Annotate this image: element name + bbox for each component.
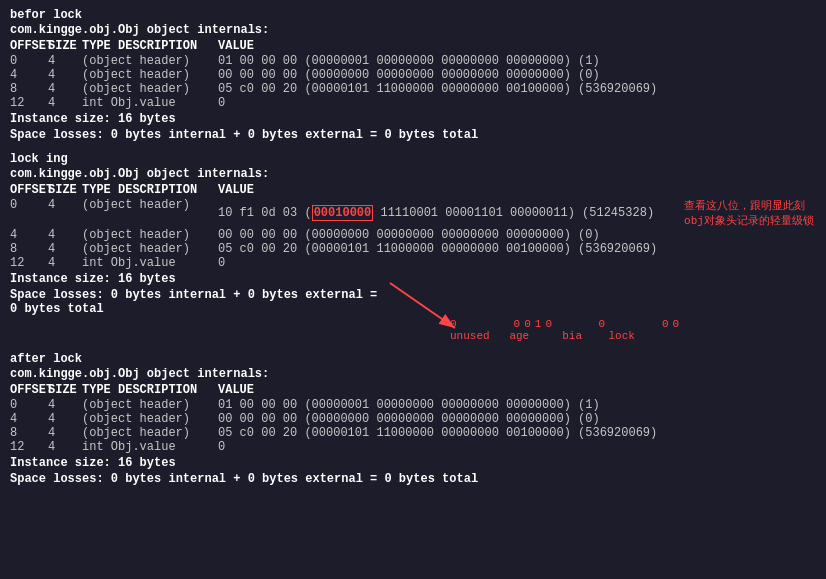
header-value: VALUE: [208, 383, 816, 397]
arrow-area: Space losses: 0 bytes internal + 0 bytes…: [10, 288, 816, 342]
space-losses-text: Space losses: 0 bytes internal + 0 bytes…: [10, 288, 380, 316]
table-row: 4 4 (object header) 00 00 00 00 (0000000…: [10, 68, 816, 82]
before-lock-header: OFFSET SIZE TYPE DESCRIPTION VALUE: [10, 39, 816, 53]
header-size: SIZE: [48, 383, 78, 397]
header-offset: OFFSET: [10, 39, 48, 53]
header-offset: OFFSET: [10, 183, 48, 197]
value-suffix: 11110001 00001101 00000011) (51245328): [373, 206, 654, 220]
table-row: 0 4 (object header) 01 00 00 00 (0000000…: [10, 398, 816, 412]
value-prefix: 10 f1 0d 03 (: [218, 206, 312, 220]
after-lock-header: OFFSET SIZE TYPE DESCRIPTION VALUE: [10, 383, 816, 397]
after-lock-subtitle: com.kingge.obj.Obj object internals:: [10, 367, 816, 381]
table-row: 12 4 int Obj.value 0: [10, 440, 816, 454]
header-type: TYPE DESCRIPTION: [78, 183, 208, 197]
after-lock-section: after lock com.kingge.obj.Obj object int…: [10, 352, 816, 486]
header-value: VALUE: [208, 183, 816, 197]
table-row: 8 4 (object header) 05 c0 00 20 (0000010…: [10, 82, 816, 96]
after-lock-space-losses: Space losses: 0 bytes internal + 0 bytes…: [10, 472, 816, 486]
header-type: TYPE DESCRIPTION: [78, 383, 208, 397]
table-row: 0 4 (object header) 10 f1 0d 03 (0001000…: [10, 198, 816, 228]
bit-labels: unused age bia lock: [450, 330, 683, 342]
table-row: 12 4 int Obj.value 0: [10, 96, 816, 110]
annotation-right: 查看这八位，跟明显此刻obj对象头记录的轻量级锁: [684, 198, 814, 228]
highlighted-bits: 00010000: [312, 205, 374, 221]
svg-line-1: [390, 283, 455, 328]
lock-ing-subtitle: com.kingge.obj.Obj object internals:: [10, 167, 816, 181]
lock-ing-section: lock ing com.kingge.obj.Obj object inter…: [10, 152, 816, 342]
before-lock-title: befor lock: [10, 8, 816, 22]
header-size: SIZE: [48, 183, 78, 197]
table-row: 4 4 (object header) 00 00 00 00 (0000000…: [10, 412, 816, 426]
header-value: VALUE: [208, 39, 816, 53]
bit-annotation: 0 0010 0 00 unused age bia lock: [450, 318, 683, 342]
after-lock-instance-size: Instance size: 16 bytes: [10, 456, 816, 470]
before-lock-subtitle: com.kingge.obj.Obj object internals:: [10, 23, 816, 37]
table-row: 12 4 int Obj.value 0: [10, 256, 816, 270]
before-lock-space-losses: Space losses: 0 bytes internal + 0 bytes…: [10, 128, 816, 142]
table-row: 8 4 (object header) 05 c0 00 20 (0000010…: [10, 426, 816, 440]
before-lock-instance-size: Instance size: 16 bytes: [10, 112, 816, 126]
table-row: 0 4 (object header) 01 00 00 00 (0000000…: [10, 54, 816, 68]
header-type: TYPE DESCRIPTION: [78, 39, 208, 53]
after-lock-title: after lock: [10, 352, 816, 366]
before-lock-section: befor lock com.kingge.obj.Obj object int…: [10, 8, 816, 142]
table-row: 8 4 (object header) 05 c0 00 20 (0000010…: [10, 242, 816, 256]
lock-ing-header: OFFSET SIZE TYPE DESCRIPTION VALUE: [10, 183, 816, 197]
header-offset: OFFSET: [10, 383, 48, 397]
header-size: SIZE: [48, 39, 78, 53]
table-row: 4 4 (object header) 00 00 00 00 (0000000…: [10, 228, 816, 242]
lock-ing-title: lock ing: [10, 152, 816, 166]
bit-values: 0 0010 0 00: [450, 318, 683, 330]
